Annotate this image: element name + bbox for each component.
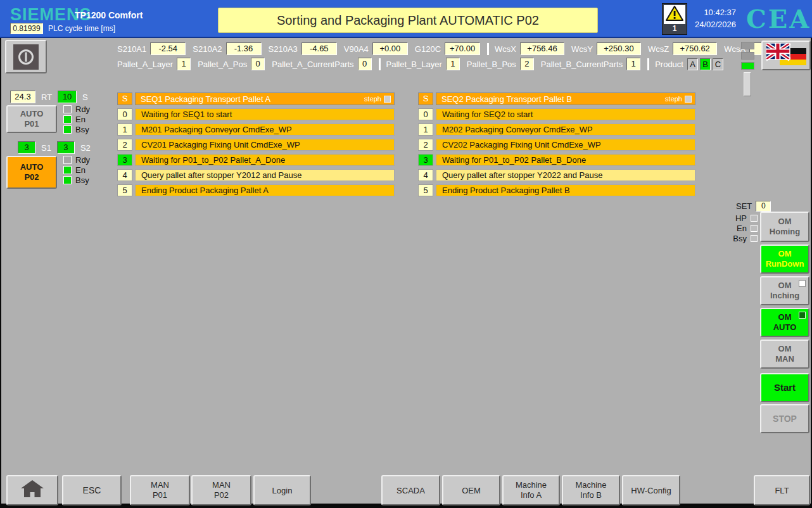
process-label: G120C: [415, 44, 441, 54]
process-label: V90A4: [344, 44, 369, 54]
vertical-slider[interactable]: [744, 72, 751, 96]
seq1-steph-checkbox[interactable]: [384, 96, 391, 103]
s-label: S: [82, 92, 88, 102]
p02-en-led: [63, 166, 72, 174]
machine-info-b-button[interactable]: Machine Info B: [562, 475, 620, 505]
seq2-steph-checkbox[interactable]: [685, 96, 692, 103]
s1-value-field: 3: [18, 141, 35, 154]
runtime-row: 24.3 RT 10 S: [10, 91, 94, 103]
process-label: S210A2: [193, 44, 222, 54]
seq2-step-row: 1M202 Packaging Conveyor CmdExe_WP: [418, 124, 695, 136]
start-button[interactable]: Start: [760, 373, 809, 402]
process-value-s210a2: -1.36: [226, 42, 262, 55]
om-inching-line2: Inching: [770, 291, 799, 301]
man-p01-button[interactable]: MAN P01: [130, 475, 190, 505]
plc-cycle-label: PLC cycle time [ms]: [48, 24, 115, 33]
seq2-step-row: 0Waiting for SEQ2 to start: [418, 108, 695, 120]
step-text: Query pallet after stopper Y2012 and Pau…: [135, 169, 395, 181]
set-value-field[interactable]: 0: [756, 201, 771, 212]
status-box-3: [741, 62, 754, 70]
login-button[interactable]: Login: [253, 475, 311, 505]
home-button[interactable]: [6, 475, 58, 505]
man-p02-button[interactable]: MAN P02: [191, 475, 251, 505]
seq1-step-row: 4Query pallet after stopper Y2012 and Pa…: [117, 169, 395, 181]
seq1-step-row-active: 3Waiting for P01_to_P02 Pallet_A_Done: [117, 154, 395, 166]
machine-info-b-line1: Machine: [575, 480, 606, 490]
step-number: 0: [418, 108, 433, 120]
product-option-a: A: [687, 58, 698, 70]
oem-button[interactable]: OEM: [442, 475, 500, 505]
power-button[interactable]: [5, 40, 47, 73]
pallet-label: Pallet_B_CurrentParts: [541, 60, 623, 69]
hw-config-button[interactable]: HW-Config: [622, 475, 680, 505]
om-auto-line1: OM: [778, 312, 792, 322]
start-label: Start: [774, 383, 796, 393]
p01-en-label: En: [75, 115, 86, 124]
om-led-column: HP En Bsy: [735, 214, 758, 242]
seq2-step-row: 5Ending Product Packaging Pallet B: [418, 184, 695, 196]
step-text: Waiting for SEQ1 to start: [135, 108, 395, 120]
om-auto-checkbox: [799, 312, 806, 319]
stop-button[interactable]: STOP: [760, 404, 809, 433]
alarm-indicator[interactable]: 1: [662, 3, 687, 35]
step-text: Waiting for P01_to_P02 Pallet_A_Done: [135, 154, 395, 166]
login-label: Login: [272, 486, 293, 495]
step-text: M201 Packaging Conveyor CmdExe_WP: [135, 124, 395, 136]
auto-p02-button[interactable]: AUTO P02: [6, 156, 57, 189]
seq1-step-row: 1M201 Packaging Conveyor CmdExe_WP: [117, 124, 395, 136]
divider: [487, 43, 489, 55]
p01-led-column: Rdy En Bsy: [63, 105, 90, 133]
flt-button[interactable]: FLT: [754, 475, 810, 505]
machine-info-a-line2: Info A: [521, 490, 542, 500]
step-counter-row: 3 S1 3 S2: [18, 141, 96, 154]
step-text: Waiting for SEQ2 to start: [436, 108, 695, 120]
process-label: S210A3: [269, 44, 298, 54]
step-number: 1: [117, 124, 132, 136]
om-man-line2: MAN: [775, 354, 794, 364]
oem-label: OEM: [462, 486, 481, 495]
process-value-row: S210A1-2.54 S210A2-1.36 S210A3-4.65 V90A…: [117, 42, 801, 55]
process-value-v90a4: +0.00: [372, 42, 408, 55]
step-number: 5: [117, 184, 132, 196]
om-homing-button[interactable]: OM Homing: [760, 212, 809, 242]
stop-label: STOP: [773, 414, 797, 424]
om-rundown-button[interactable]: OM RunDown: [760, 244, 809, 274]
step-number-active: 3: [418, 154, 433, 166]
scada-button[interactable]: SCADA: [381, 475, 440, 505]
hp-led: [751, 215, 758, 222]
time-display: 10:42:37: [689, 6, 736, 18]
om-homing-line1: OM: [778, 217, 792, 227]
p01-bsy-label: Bsy: [75, 125, 89, 134]
esc-button[interactable]: ESC: [62, 475, 122, 505]
om-inching-button[interactable]: OM Inching: [760, 276, 809, 305]
seq2-step-row: 4Query pallet after stopper Y2022 and Pa…: [418, 169, 695, 181]
om-man-button[interactable]: OM MAN: [760, 340, 809, 369]
auto-p01-button[interactable]: AUTO P01: [6, 105, 57, 133]
set-label: SET: [736, 201, 752, 211]
om-auto-button[interactable]: OM AUTO: [760, 308, 809, 337]
seq2-header-row: S SEQ2 Packaging Transport Pallet B step…: [418, 92, 695, 105]
man-p02-line2: P02: [214, 490, 229, 500]
seq2-s-column-header: S: [418, 92, 433, 105]
step-text: M202 Packaging Conveyor CmdExe_WP: [436, 124, 695, 136]
p02-led-column: Rdy En Bsy: [63, 156, 90, 184]
seq2-table: S SEQ2 Packaging Transport Pallet B step…: [418, 92, 695, 200]
om-rundown-line2: RunDown: [766, 259, 804, 269]
machine-info-a-button[interactable]: Machine Info A: [502, 475, 560, 505]
seq1-header-row: S SEQ1 Packaging Transport Pallet A step…: [117, 92, 395, 105]
status-box-2: [741, 52, 754, 60]
seq1-step-row: 5Ending Product Packaging Pallet A: [117, 184, 395, 196]
step-text: CV202 Packaging Fixing Unit CmdExe_WP: [436, 139, 695, 151]
product-option-c: C: [713, 58, 723, 70]
esc-label: ESC: [83, 485, 101, 495]
language-switch-button[interactable]: [761, 41, 811, 70]
pallet-label: Pallet_A_CurrentParts: [272, 60, 353, 69]
p02-bsy-led: [63, 176, 72, 184]
process-label: S210A1: [117, 44, 146, 54]
rt-value-field[interactable]: 24.3: [10, 91, 35, 103]
process-value-s210a3: -4.65: [301, 42, 337, 55]
step-number: 2: [117, 139, 132, 151]
device-name: TP1200 Comfort: [75, 10, 143, 20]
pallet-b-currentparts-value: 1: [626, 58, 640, 70]
process-label: WcsY: [571, 44, 593, 54]
